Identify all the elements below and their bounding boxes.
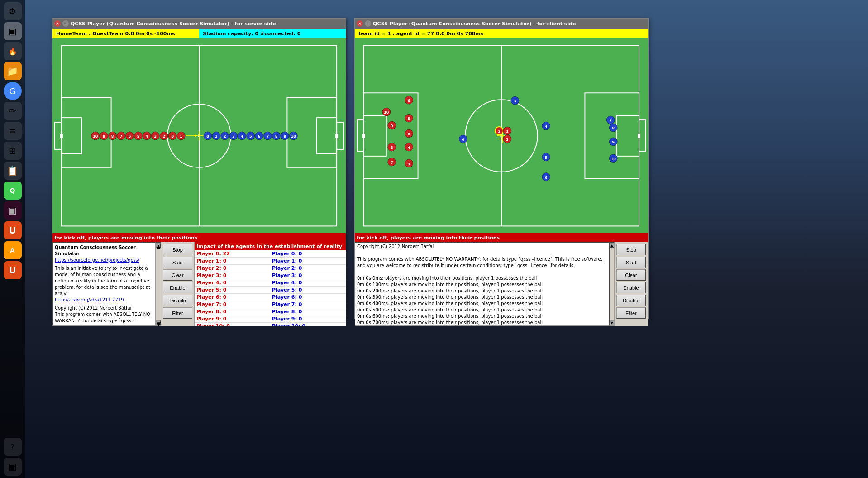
log-title: Quantum Consciousness Soccer Simulator	[55, 244, 153, 257]
log-line-2: 0m 0s 200ms: players are moving into the…	[357, 288, 607, 294]
client-start-button[interactable]: Start	[616, 257, 646, 268]
svg-text:4: 4	[545, 124, 548, 129]
screen-icon[interactable]: ▣	[4, 458, 22, 476]
svg-text:6: 6	[258, 134, 261, 139]
client-minimize-button[interactable]: –	[365, 20, 371, 27]
client-stop-button[interactable]: Stop	[616, 244, 646, 255]
server-field-message-text: for kick off, players are moving into th…	[54, 235, 197, 241]
log-line-6: 0m 0s 600ms: players are moving into the…	[357, 313, 607, 320]
server-status-left: HomeTeam : GuestTeam 0:0 0m 0s -100ms	[52, 29, 199, 38]
server-controls: Stop Start Clear Enable Disable Filter	[161, 242, 195, 326]
svg-text:10: 10	[93, 134, 98, 139]
svg-text:2: 2	[224, 134, 226, 139]
svg-text:8: 8	[275, 134, 278, 139]
server-log[interactable]: Quantum Consciousness Soccer Simulator h…	[52, 242, 156, 326]
table-row: Player 6: 0	[195, 294, 270, 301]
server-players-table: Player 0: 22 Player 1: 0 Player 2: 0 Pla…	[195, 250, 346, 326]
svg-text:6: 6	[129, 134, 131, 139]
svg-rect-59	[60, 134, 63, 138]
svg-text:4: 4	[146, 134, 148, 139]
folder-icon[interactable]: 📁	[4, 62, 22, 80]
spreadsheet-icon[interactable]: ⊞	[4, 142, 22, 160]
qt-icon[interactable]: Q	[4, 182, 22, 200]
client-clear-button[interactable]: Clear	[616, 269, 646, 281]
ubuntu-icon[interactable]: U	[4, 221, 22, 239]
table-row: Player 9: 0	[195, 315, 270, 323]
client-log-scrollbar[interactable]: ▲ ▼	[609, 242, 615, 326]
server-field-svg: 10 9 8 7 6 5 4 3 2	[52, 38, 346, 233]
table-row: Player 2: 0	[270, 265, 346, 272]
server-disable-button[interactable]: Disable	[163, 295, 192, 306]
client-close-button[interactable]: ×	[357, 20, 363, 27]
server-field: 10 9 8 7 6 5 4 3 2	[52, 38, 346, 233]
server-title: QCSS Player (Quantum Consciousness Socce…	[71, 21, 276, 27]
table-row: Player 5: 0	[270, 287, 346, 294]
svg-text:10: 10	[384, 110, 389, 115]
terminal2-icon[interactable]: ▣	[4, 201, 22, 220]
table-row: Player 8: 0	[270, 308, 346, 315]
firefox-icon[interactable]: 🔥	[4, 42, 22, 60]
log-line-5: 0m 0s 500ms: players are moving into the…	[357, 307, 607, 313]
server-filter-button[interactable]: Filter	[163, 307, 192, 319]
client-field-message-text: for kick off, players are moving into th…	[357, 235, 500, 241]
server-players-right: Player 0: 0 Player 1: 0 Player 2: 0 Play…	[270, 250, 346, 326]
svg-text:5: 5	[249, 134, 252, 139]
svg-text:8: 8	[111, 134, 114, 139]
svg-text:5: 5	[545, 156, 548, 160]
table-row: Player 8: 0	[195, 308, 270, 315]
table-row: Player 0: 0	[270, 250, 346, 258]
server-status-bar: HomeTeam : GuestTeam 0:0 0m 0s -100ms St…	[52, 29, 346, 38]
server-minimize-button[interactable]: –	[62, 20, 69, 27]
svg-text:0: 0	[206, 134, 209, 139]
svg-text:4: 4	[408, 146, 410, 150]
desktop: ⚙ ▣ 🔥 📁 G ✏ ≡ ⊞ 📋 Q ▣ U A U ? ▣ × – QCSS…	[0, 0, 868, 478]
terminal-icon[interactable]: ▣	[4, 22, 22, 40]
log-line-0: 0m 0s 0ms: players are moving into their…	[357, 275, 607, 282]
text-icon[interactable]: ≡	[4, 122, 22, 140]
server-header-left: Impact of the agents in the establishmen…	[195, 242, 346, 250]
edit-icon[interactable]: ✏	[4, 102, 22, 120]
svg-text:10: 10	[291, 134, 296, 139]
svg-text:1: 1	[180, 134, 182, 139]
help-icon[interactable]: ?	[4, 438, 22, 456]
svg-text:8: 8	[612, 126, 615, 130]
svg-text:9: 9	[284, 134, 286, 139]
client-enable-button[interactable]: Enable	[616, 282, 646, 293]
server-close-button[interactable]: ×	[54, 20, 61, 27]
server-table-header: Impact of the agents in the establishmen…	[195, 242, 346, 250]
svg-text:1: 1	[215, 134, 218, 139]
client-log[interactable]: Copyright (C) 2012 Norbert Bátfai This p…	[355, 242, 609, 326]
client-log-container: Copyright (C) 2012 Norbert Bátfai This p…	[355, 242, 615, 326]
client-field-svg: 9 10 8 7 6 5	[355, 38, 648, 233]
svg-text:7: 7	[120, 134, 123, 139]
chrome-icon[interactable]: G	[4, 82, 22, 100]
svg-text:7: 7	[391, 161, 393, 165]
table-row: Player 4: 0	[270, 279, 346, 287]
server-stop-button[interactable]: Stop	[163, 244, 192, 255]
log-url2[interactable]: http://arxiv.org/abs/1211.2719	[55, 297, 124, 302]
svg-text:6: 6	[545, 176, 548, 180]
amazon-icon[interactable]: A	[4, 241, 22, 259]
svg-text:4: 4	[241, 134, 243, 139]
client-title: QCSS Player (Quantum Consciousness Socce…	[373, 21, 576, 27]
ubuntu2-icon[interactable]: U	[4, 261, 22, 279]
svg-text:0: 0	[408, 132, 410, 136]
system-icon[interactable]: ⚙	[4, 2, 22, 20]
client-disable-button[interactable]: Disable	[616, 295, 646, 306]
svg-text:9: 9	[103, 134, 105, 139]
table-row: Player 1: 0	[195, 258, 270, 265]
server-clear-button[interactable]: Clear	[163, 269, 192, 281]
server-enable-button[interactable]: Enable	[163, 282, 192, 293]
notes-icon[interactable]: 📋	[4, 162, 22, 180]
server-start-button[interactable]: Start	[163, 257, 192, 268]
svg-text:5: 5	[408, 117, 410, 121]
table-row: Player 3: 0	[270, 272, 346, 279]
svg-rect-60	[335, 134, 338, 138]
log-copyright: Copyright (C) 2012 Norbert Bátfai	[55, 305, 153, 311]
server-log-scrollbar[interactable]: ▲ ▼	[156, 242, 161, 326]
log-url[interactable]: https://sourceforge.net/projects/qcss/	[55, 258, 139, 263]
client-filter-button[interactable]: Filter	[616, 307, 646, 319]
svg-text:7: 7	[609, 119, 612, 123]
client-window: × – QCSS Player (Quantum Consciousness S…	[354, 18, 649, 319]
server-bottom-panel: Quantum Consciousness Soccer Simulator h…	[52, 242, 346, 326]
